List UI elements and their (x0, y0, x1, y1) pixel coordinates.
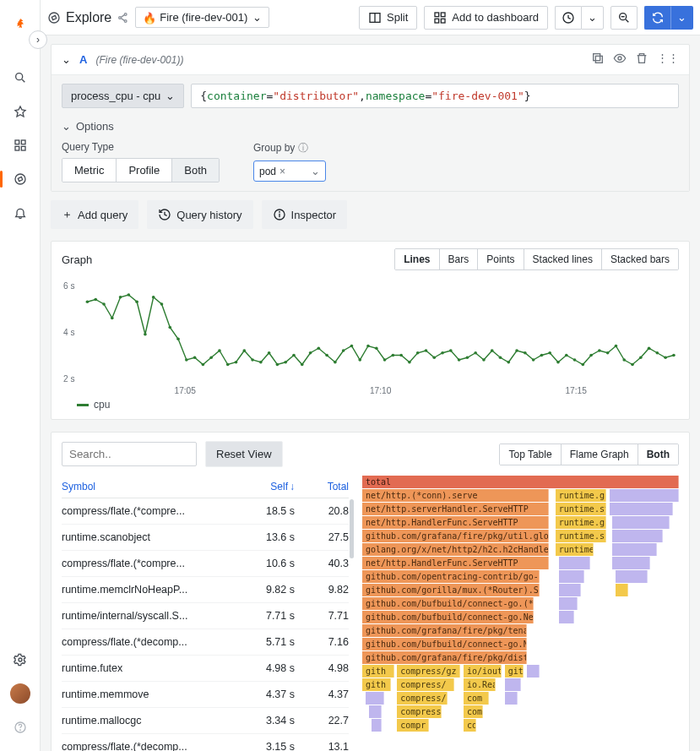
explore-icon[interactable] (7, 166, 34, 193)
table-row[interactable]: runtime.scanobject13.6 s27.5 (62, 525, 349, 551)
flame-block[interactable]: net/http.HandlerFunc.ServeHTTP (362, 557, 549, 569)
flame-block[interactable] (366, 692, 385, 705)
flame-block[interactable] (559, 584, 581, 596)
trash-icon[interactable] (635, 52, 648, 68)
collapse-sidebar-icon[interactable]: › (29, 30, 47, 49)
graph-mode-option[interactable]: Bars (440, 249, 479, 269)
graph-mode-option[interactable]: Stacked lines (524, 249, 602, 269)
flame-block[interactable] (610, 489, 680, 502)
clock-icon[interactable] (555, 6, 581, 30)
chevron-down-icon[interactable]: ⌄ (581, 6, 604, 30)
drag-handle-icon[interactable]: ⋮⋮ (657, 52, 679, 68)
flame-block[interactable] (372, 719, 381, 732)
flame-block[interactable]: runtime.scanobject (556, 530, 606, 542)
flame-block[interactable] (612, 530, 663, 542)
flame-block[interactable]: net/http.(*conn).serve (362, 489, 549, 502)
view-mode-option[interactable]: Flame Graph (562, 444, 638, 465)
star-icon[interactable] (7, 98, 34, 125)
options-toggle[interactable]: ⌄ Options (62, 120, 679, 133)
flame-block[interactable]: io.ReadAll (464, 678, 496, 691)
run-dropdown-button[interactable]: ⌄ (670, 6, 693, 30)
table-row[interactable]: compress/flate.(*decomp...3.15 s13.1 (62, 734, 349, 751)
symbol-search-input[interactable] (62, 442, 197, 466)
query-history-button[interactable]: Query history (147, 200, 252, 229)
graph-mode-option[interactable]: Stacked bars (602, 249, 678, 269)
flame-block[interactable]: total (362, 476, 679, 488)
help-icon[interactable] (7, 714, 34, 741)
flame-block[interactable]: gith (362, 665, 394, 678)
flame-block[interactable]: compress/ (397, 678, 454, 691)
scrollbar[interactable] (350, 499, 354, 558)
datasource-picker[interactable]: 🔥 Fire (fire-dev-001) ⌄ (135, 7, 269, 28)
flame-block[interactable]: net/http.serverHandler.ServeHTTP (362, 503, 549, 515)
flame-block[interactable]: net/http.HandlerFunc.ServeHTTP (362, 516, 549, 529)
flame-graph[interactable]: totalnet/http.(*conn).serveruntime.gcBgM… (362, 476, 679, 751)
flame-block[interactable]: runtime.gcDrain (556, 516, 606, 529)
flame-block[interactable] (505, 692, 518, 705)
flame-block[interactable] (616, 584, 628, 596)
flame-block[interactable] (612, 516, 670, 529)
flame-block[interactable] (559, 557, 591, 569)
col-symbol[interactable]: Symbol (62, 481, 241, 493)
time-series-chart[interactable]: 2 s4 s6 s17:0517:1017:15 (62, 280, 679, 399)
table-row[interactable]: runtime/internal/syscall.S...7.71 s7.71 (62, 603, 349, 629)
flame-block[interactable]: github.com/bufbuild/connect-go.NewUnary (362, 638, 527, 650)
remove-tag-icon[interactable]: × (279, 166, 285, 177)
flame-block[interactable]: github.com/grafana/fire/pkg/tenant (362, 624, 527, 637)
flame-block[interactable]: github.com/bufbuild/connect-go.(*Handler… (362, 597, 534, 610)
flame-block[interactable]: github.com/gorilla/mux.(*Router).ServeHT… (362, 584, 540, 596)
copy-icon[interactable] (591, 52, 605, 68)
flame-block[interactable]: github.com/bufbuild/connect-go.NewUnary (362, 611, 534, 623)
flame-block[interactable] (559, 570, 584, 583)
collapse-query-icon[interactable]: ⌄ (62, 53, 71, 66)
reset-view-button[interactable]: Reset View (205, 441, 283, 467)
flame-block[interactable]: gith (505, 665, 524, 678)
zoom-out-button[interactable] (610, 6, 638, 30)
flame-block[interactable] (505, 678, 521, 691)
query-type-option[interactable]: Both (172, 159, 219, 182)
flame-block[interactable] (559, 597, 578, 610)
flame-block[interactable]: com (464, 692, 489, 705)
table-row[interactable]: runtime.memclrNoHeapP...9.82 s9.82 (62, 577, 349, 603)
table-row[interactable]: runtime.memmove4.37 s4.37 (62, 682, 349, 708)
flame-block[interactable] (616, 570, 648, 583)
flame-block[interactable]: golang.org/x/net/http2/h2c.h2cHandler (362, 543, 549, 556)
search-icon[interactable] (7, 64, 34, 91)
view-mode-option[interactable]: Both (638, 444, 678, 465)
flame-block[interactable] (559, 611, 575, 623)
query-type-option[interactable]: Profile (117, 159, 172, 182)
settings-gear-icon[interactable] (7, 646, 34, 673)
flame-block[interactable] (369, 705, 382, 718)
flame-block[interactable] (527, 665, 540, 678)
group-by-input[interactable]: pod × ⌄ (253, 161, 326, 182)
label-selector-input[interactable]: {container="distributor",namespace="fire… (191, 84, 679, 108)
flame-block[interactable] (610, 503, 673, 515)
flame-block[interactable]: compress/ (397, 705, 442, 718)
flame-block[interactable]: github.com/opentracing-contrib/go-stdlib (362, 570, 540, 583)
split-button[interactable]: Split (359, 6, 417, 30)
graph-mode-option[interactable]: Points (478, 249, 524, 269)
flame-block[interactable]: runtime.systemstack (556, 503, 606, 515)
flame-block[interactable]: compress/gz (397, 665, 460, 678)
query-type-option[interactable]: Metric (62, 159, 117, 182)
col-self[interactable]: Self↓ (241, 481, 295, 493)
table-row[interactable]: compress/flate.(*compre...10.6 s40.3 (62, 551, 349, 577)
flame-block[interactable]: gith (362, 678, 391, 691)
flame-block[interactable]: io/ioutil (464, 665, 502, 678)
legend-item[interactable]: cpu (62, 399, 679, 411)
eye-icon[interactable] (613, 52, 627, 68)
table-row[interactable]: compress/flate.(*compre...18.5 s20.8 (62, 498, 349, 525)
table-row[interactable]: compress/flate.(*decomp...5.71 s7.16 (62, 629, 349, 656)
flame-block[interactable]: github.com/grafana/fire/pkg/util.glob (362, 530, 549, 542)
flame-block[interactable] (612, 543, 657, 556)
flame-block[interactable] (612, 557, 650, 569)
flame-block[interactable]: github.com/grafana/fire/pkg/distributor (362, 651, 527, 664)
grafana-logo-icon[interactable] (7, 10, 34, 37)
add-to-dashboard-button[interactable]: Add to dashboard (424, 6, 548, 30)
run-query-button[interactable] (644, 6, 670, 30)
col-total[interactable]: Total (295, 481, 349, 493)
dashboards-icon[interactable] (7, 132, 34, 159)
table-row[interactable]: runtime.futex4.98 s4.98 (62, 656, 349, 682)
graph-mode-option[interactable]: Lines (395, 249, 439, 269)
add-query-button[interactable]: ＋Add query (51, 200, 138, 229)
